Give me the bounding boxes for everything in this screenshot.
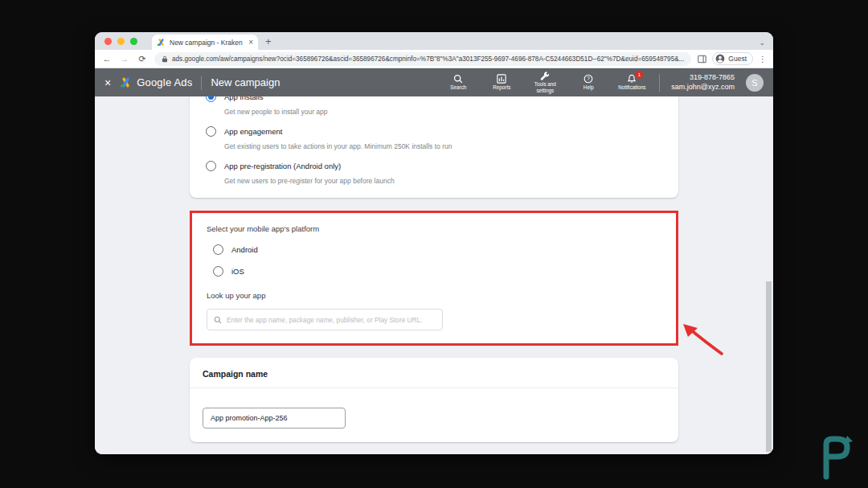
account-email: sam.john@xyz.com — [671, 83, 735, 92]
close-campaign-icon[interactable]: × — [104, 76, 111, 89]
option-description: Get new users to pre-register for your a… — [224, 177, 662, 185]
guest-profile-button[interactable]: Guest — [712, 52, 753, 65]
brand-name: Google Ads — [137, 76, 192, 88]
option-label: App installs — [224, 96, 264, 101]
option-label: iOS — [231, 267, 244, 276]
nav-help[interactable]: ? Help — [572, 74, 604, 91]
google-ads-logo-icon — [120, 76, 132, 88]
platform-section-highlight: Select your mobile app's platform Androi… — [190, 211, 678, 346]
nav-label: Search — [450, 84, 466, 91]
p-watermark-logo-icon — [815, 435, 854, 480]
option-label: App pre-registration (Android only) — [224, 162, 341, 170]
account-phone: 319-878-7865 — [671, 73, 735, 83]
nav-label: Notifications — [618, 84, 645, 91]
page-title: New campaign — [211, 76, 280, 88]
back-icon[interactable]: ← — [101, 54, 113, 64]
campaign-form-content: App installs Get new people to install y… — [95, 96, 773, 454]
tab-close-icon[interactable]: × — [248, 39, 253, 47]
account-info: 319-878-7865 sam.john@xyz.com — [671, 73, 735, 92]
campaign-subtype-card: App installs Get new people to install y… — [190, 96, 678, 198]
search-icon — [214, 316, 222, 324]
scrollbar[interactable] — [766, 281, 772, 452]
address-bar: ← → ⟳ ads.google.com/aw/campaigns/new?oc… — [95, 50, 773, 68]
option-app-engagement[interactable]: App engagement — [206, 126, 662, 137]
platform-section-title: Select your mobile app's platform — [207, 224, 661, 233]
lookup-app-label: Look up your app — [207, 291, 661, 300]
option-ios[interactable]: iOS — [213, 266, 661, 277]
google-ads-favicon-icon — [157, 38, 166, 47]
radio-unchecked-icon[interactable] — [206, 126, 216, 137]
zoom-window-icon[interactable] — [130, 38, 137, 45]
header-divider — [659, 74, 660, 92]
minimize-window-icon[interactable] — [117, 38, 125, 45]
nav-label: Reports — [493, 84, 510, 91]
notification-badge: 1 — [635, 71, 643, 79]
option-description: Get existing users to take actions in yo… — [224, 142, 662, 150]
nav-tools-settings[interactable]: Tools and settings — [529, 71, 561, 94]
wrench-icon — [540, 71, 550, 80]
new-tab-button[interactable]: + — [265, 35, 272, 47]
url-text: ads.google.com/aw/campaigns/new?ocid=365… — [172, 55, 684, 63]
side-panel-icon[interactable] — [698, 55, 706, 64]
radio-unchecked-icon[interactable] — [213, 244, 223, 255]
guest-avatar-icon — [715, 54, 725, 64]
close-window-icon[interactable] — [104, 38, 112, 45]
nav-search[interactable]: Search — [442, 74, 474, 91]
nav-notifications[interactable]: 1 Notifications — [616, 74, 648, 91]
svg-text:?: ? — [588, 76, 591, 81]
nav-label: Help — [583, 84, 594, 91]
url-field[interactable]: ads.google.com/aw/campaigns/new?ocid=365… — [154, 52, 691, 66]
help-icon: ? — [583, 74, 593, 84]
padlock-icon — [162, 55, 168, 63]
app-lookup-input[interactable] — [227, 316, 436, 324]
option-description: Get new people to install your app — [224, 108, 662, 116]
avatar[interactable]: S — [746, 74, 764, 92]
google-ads-header: × Google Ads New campaign Search Reports — [95, 68, 773, 96]
annotation-arrow-icon — [680, 322, 727, 359]
campaign-name-title: Campaign name — [203, 369, 268, 379]
header-divider — [201, 76, 202, 90]
nav-reports[interactable]: Reports — [485, 74, 518, 91]
radio-checked-icon[interactable] — [206, 96, 216, 102]
tab-title: New campaign - Kraken - Goo — [170, 39, 244, 47]
option-app-installs[interactable]: App installs — [206, 96, 662, 102]
macos-traffic-lights — [95, 38, 145, 50]
radio-unchecked-icon[interactable] — [213, 266, 223, 277]
app-lookup-field[interactable] — [207, 309, 443, 330]
google-ads-brand: Google Ads — [120, 76, 192, 88]
option-android[interactable]: Android — [213, 244, 661, 255]
guest-label: Guest — [728, 55, 747, 63]
nav-label: Tools and settings — [529, 81, 561, 94]
reports-icon — [497, 74, 506, 84]
search-icon — [453, 74, 463, 84]
option-label: Android — [231, 245, 258, 254]
radio-unchecked-icon[interactable] — [206, 161, 216, 171]
campaign-name-input[interactable] — [203, 408, 346, 429]
option-app-pre-registration[interactable]: App pre-registration (Android only) — [206, 161, 662, 171]
forward-icon[interactable]: → — [119, 54, 130, 64]
browser-menu-icon[interactable]: ⋮ — [759, 55, 767, 64]
browser-window: New campaign - Kraken - Goo × + ⌄ ← → ⟳ … — [95, 32, 773, 454]
browser-tab[interactable]: New campaign - Kraken - Goo × — [152, 35, 258, 50]
option-label: App engagement — [224, 127, 282, 136]
tab-strip: New campaign - Kraken - Goo × + ⌄ — [95, 32, 773, 50]
chevron-down-icon[interactable]: ⌄ — [759, 39, 765, 47]
campaign-name-header: Campaign name — [190, 358, 678, 388]
campaign-name-card: Campaign name — [190, 358, 678, 442]
refresh-icon[interactable]: ⟳ — [137, 54, 148, 64]
